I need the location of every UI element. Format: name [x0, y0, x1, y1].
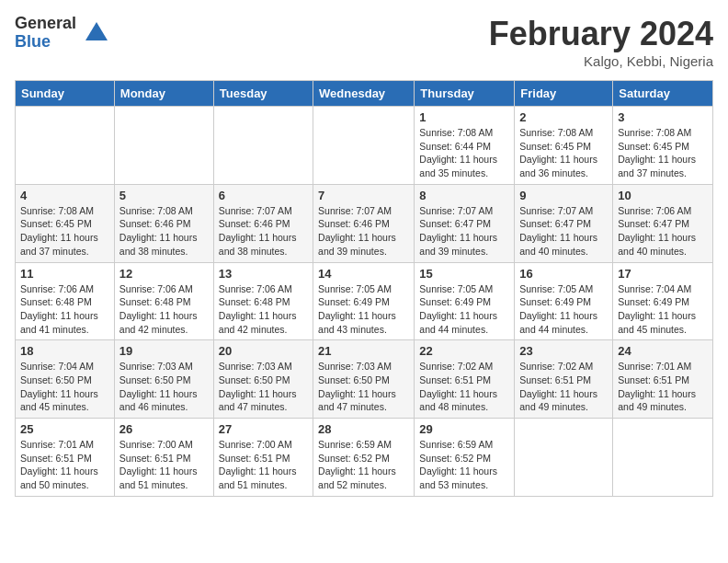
week-row-2: 4Sunrise: 7:08 AMSunset: 6:45 PMDaylight… [16, 184, 713, 262]
day-detail: Sunrise: 7:08 AMSunset: 6:44 PMDaylight:… [419, 127, 497, 178]
day-header-friday: Friday [515, 81, 613, 107]
calendar-cell: 6Sunrise: 7:07 AMSunset: 6:46 PMDaylight… [213, 184, 313, 262]
calendar-cell [613, 419, 713, 497]
day-number: 24 [618, 344, 708, 358]
calendar-cell: 12Sunrise: 7:06 AMSunset: 6:48 PMDayligh… [114, 262, 213, 340]
day-header-tuesday: Tuesday [213, 81, 313, 107]
calendar-cell: 28Sunrise: 6:59 AMSunset: 6:52 PMDayligh… [313, 419, 415, 497]
logo-blue: Blue [15, 33, 76, 52]
day-detail: Sunrise: 7:03 AMSunset: 6:50 PMDaylight:… [119, 361, 198, 412]
calendar-cell: 5Sunrise: 7:08 AMSunset: 6:46 PMDaylight… [114, 184, 213, 262]
day-number: 16 [519, 267, 608, 281]
day-header-thursday: Thursday [415, 81, 515, 107]
calendar-cell [16, 107, 115, 185]
calendar-cell [114, 107, 213, 185]
calendar-cell: 2Sunrise: 7:08 AMSunset: 6:45 PMDaylight… [515, 107, 613, 185]
day-number: 22 [419, 344, 509, 358]
calendar-cell: 29Sunrise: 6:59 AMSunset: 6:52 PMDayligh… [415, 419, 515, 497]
week-row-1: 1Sunrise: 7:08 AMSunset: 6:44 PMDaylight… [16, 107, 713, 185]
calendar-cell: 7Sunrise: 7:07 AMSunset: 6:46 PMDaylight… [313, 184, 415, 262]
calendar-cell: 20Sunrise: 7:03 AMSunset: 6:50 PMDayligh… [213, 340, 313, 419]
day-number: 13 [219, 267, 308, 281]
day-header-saturday: Saturday [613, 81, 713, 107]
day-detail: Sunrise: 7:02 AMSunset: 6:51 PMDaylight:… [519, 361, 597, 412]
week-row-4: 18Sunrise: 7:04 AMSunset: 6:50 PMDayligh… [16, 340, 713, 419]
calendar-cell [515, 419, 613, 497]
calendar-cell: 8Sunrise: 7:07 AMSunset: 6:47 PMDaylight… [415, 184, 515, 262]
day-detail: Sunrise: 6:59 AMSunset: 6:52 PMDaylight:… [419, 439, 497, 490]
title-block: February 2024 Kalgo, Kebbi, Nigeria [489, 15, 713, 69]
day-number: 15 [419, 267, 509, 281]
calendar-cell: 17Sunrise: 7:04 AMSunset: 6:49 PMDayligh… [613, 262, 713, 340]
calendar-cell: 16Sunrise: 7:05 AMSunset: 6:49 PMDayligh… [515, 262, 613, 340]
day-number: 9 [519, 189, 608, 202]
calendar-cell: 25Sunrise: 7:01 AMSunset: 6:51 PMDayligh… [16, 419, 115, 497]
day-number: 3 [618, 110, 708, 124]
calendar-cell: 11Sunrise: 7:06 AMSunset: 6:48 PMDayligh… [16, 262, 115, 340]
day-detail: Sunrise: 7:03 AMSunset: 6:50 PMDaylight:… [219, 361, 297, 412]
day-number: 1 [419, 110, 509, 124]
day-detail: Sunrise: 7:06 AMSunset: 6:48 PMDaylight:… [20, 283, 98, 335]
day-header-monday: Monday [114, 81, 213, 107]
day-detail: Sunrise: 7:04 AMSunset: 6:49 PMDaylight:… [618, 283, 696, 335]
week-row-5: 25Sunrise: 7:01 AMSunset: 6:51 PMDayligh… [16, 419, 713, 497]
day-detail: Sunrise: 7:03 AMSunset: 6:50 PMDaylight:… [318, 361, 396, 412]
calendar-cell: 13Sunrise: 7:06 AMSunset: 6:48 PMDayligh… [213, 262, 313, 340]
day-number: 25 [20, 422, 109, 436]
day-number: 17 [618, 267, 708, 281]
day-detail: Sunrise: 7:00 AMSunset: 6:51 PMDaylight:… [119, 439, 198, 490]
header-row: SundayMondayTuesdayWednesdayThursdayFrid… [16, 81, 713, 107]
day-detail: Sunrise: 7:07 AMSunset: 6:47 PMDaylight:… [519, 205, 597, 257]
day-detail: Sunrise: 6:59 AMSunset: 6:52 PMDaylight:… [318, 439, 396, 490]
day-detail: Sunrise: 7:01 AMSunset: 6:51 PMDaylight:… [618, 361, 696, 412]
calendar-cell [313, 107, 415, 185]
day-number: 4 [20, 189, 109, 202]
day-detail: Sunrise: 7:06 AMSunset: 6:48 PMDaylight:… [119, 283, 198, 335]
day-number: 23 [519, 344, 608, 358]
calendar-cell: 21Sunrise: 7:03 AMSunset: 6:50 PMDayligh… [313, 340, 415, 419]
calendar-cell: 9Sunrise: 7:07 AMSunset: 6:47 PMDaylight… [515, 184, 613, 262]
calendar-cell: 10Sunrise: 7:06 AMSunset: 6:47 PMDayligh… [613, 184, 713, 262]
calendar-header: SundayMondayTuesdayWednesdayThursdayFrid… [16, 81, 713, 107]
day-detail: Sunrise: 7:05 AMSunset: 6:49 PMDaylight:… [318, 283, 396, 335]
calendar-cell: 15Sunrise: 7:05 AMSunset: 6:49 PMDayligh… [415, 262, 515, 340]
calendar-cell: 1Sunrise: 7:08 AMSunset: 6:44 PMDaylight… [415, 107, 515, 185]
calendar-cell: 4Sunrise: 7:08 AMSunset: 6:45 PMDaylight… [16, 184, 115, 262]
day-number: 18 [20, 344, 109, 358]
day-detail: Sunrise: 7:05 AMSunset: 6:49 PMDaylight:… [419, 283, 497, 335]
calendar-cell: 23Sunrise: 7:02 AMSunset: 6:51 PMDayligh… [515, 340, 613, 419]
day-number: 19 [119, 344, 209, 358]
calendar-body: 1Sunrise: 7:08 AMSunset: 6:44 PMDaylight… [16, 107, 713, 497]
day-number: 5 [119, 189, 209, 202]
day-header-sunday: Sunday [16, 81, 115, 107]
logo-icon [84, 20, 109, 46]
day-number: 7 [318, 189, 409, 202]
day-detail: Sunrise: 7:06 AMSunset: 6:48 PMDaylight:… [219, 283, 297, 335]
calendar-table: SundayMondayTuesdayWednesdayThursdayFrid… [15, 80, 713, 497]
day-number: 27 [219, 422, 308, 436]
day-detail: Sunrise: 7:07 AMSunset: 6:47 PMDaylight:… [419, 205, 497, 257]
day-header-wednesday: Wednesday [313, 81, 415, 107]
day-number: 10 [618, 189, 708, 202]
logo-general: General [15, 15, 76, 33]
day-detail: Sunrise: 7:06 AMSunset: 6:47 PMDaylight:… [618, 205, 696, 257]
day-number: 2 [519, 110, 608, 124]
day-detail: Sunrise: 7:08 AMSunset: 6:45 PMDaylight:… [618, 127, 696, 178]
svg-marker-0 [85, 22, 108, 40]
day-detail: Sunrise: 7:00 AMSunset: 6:51 PMDaylight:… [219, 439, 297, 490]
calendar-cell: 14Sunrise: 7:05 AMSunset: 6:49 PMDayligh… [313, 262, 415, 340]
day-number: 29 [419, 422, 509, 436]
day-detail: Sunrise: 7:08 AMSunset: 6:45 PMDaylight:… [519, 127, 597, 178]
calendar-cell: 24Sunrise: 7:01 AMSunset: 6:51 PMDayligh… [613, 340, 713, 419]
calendar-cell: 27Sunrise: 7:00 AMSunset: 6:51 PMDayligh… [213, 419, 313, 497]
logo: General Blue [15, 15, 109, 52]
calendar-cell: 18Sunrise: 7:04 AMSunset: 6:50 PMDayligh… [16, 340, 115, 419]
day-detail: Sunrise: 7:08 AMSunset: 6:45 PMDaylight:… [20, 205, 98, 257]
day-number: 20 [219, 344, 308, 358]
day-detail: Sunrise: 7:07 AMSunset: 6:46 PMDaylight:… [318, 205, 396, 257]
day-detail: Sunrise: 7:02 AMSunset: 6:51 PMDaylight:… [419, 361, 497, 412]
day-detail: Sunrise: 7:08 AMSunset: 6:46 PMDaylight:… [119, 205, 198, 257]
day-detail: Sunrise: 7:04 AMSunset: 6:50 PMDaylight:… [20, 361, 98, 412]
logo-text: General Blue [15, 15, 76, 52]
day-number: 26 [119, 422, 209, 436]
